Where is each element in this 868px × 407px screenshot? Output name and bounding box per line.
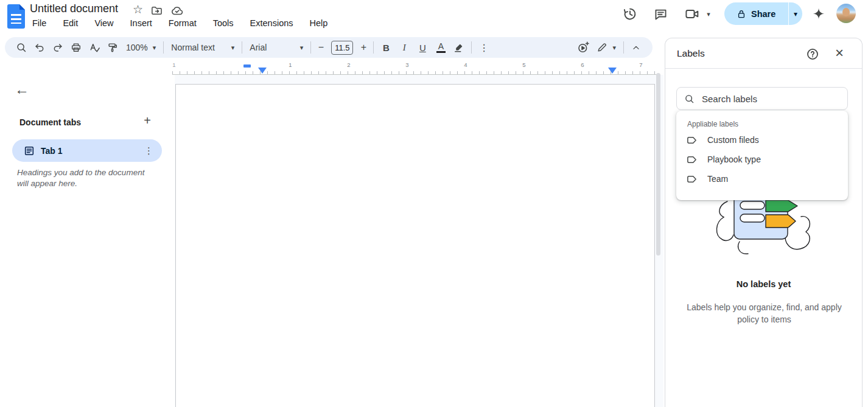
menu-item-edit[interactable]: Edit (60, 17, 81, 29)
redo-icon[interactable] (49, 40, 67, 55)
menu-item-file[interactable]: File (29, 17, 49, 29)
toolbar-divider (373, 41, 374, 54)
search-icon (684, 94, 695, 104)
share-divider (788, 2, 789, 25)
editing-mode-caret-icon: ▾ (612, 44, 616, 52)
ruler-number: 1 (289, 61, 292, 68)
label-option-text: Custom fileds (707, 135, 759, 145)
document-canvas (175, 75, 663, 407)
camera-caret-icon[interactable]: ▾ (704, 6, 713, 22)
star-icon[interactable]: ☆ (133, 4, 143, 16)
share-caret-icon[interactable]: ▾ (789, 10, 802, 18)
menu-item-tools[interactable]: Tools (210, 17, 237, 29)
first-line-indent-marker[interactable] (243, 64, 251, 68)
tab-label: Tab 1 (41, 146, 63, 156)
labels-panel: Labels × Appliable labels Custom fileds … (665, 38, 863, 407)
label-option-team[interactable]: Team (676, 169, 848, 189)
print-icon[interactable] (67, 40, 85, 55)
text-color-button[interactable]: A (432, 40, 450, 55)
label-option-text: Team (707, 174, 728, 184)
menu-item-view[interactable]: View (91, 17, 116, 29)
paragraph-style-caret-icon: ▾ (231, 44, 235, 52)
menu-bar: File Edit View Insert Format Tools Exten… (29, 17, 331, 29)
headings-empty-hint: Headings you add to the document will ap… (17, 167, 153, 189)
motion-clock-icon[interactable] (574, 40, 592, 55)
text-color-swatch (436, 51, 446, 53)
increase-font-size-button[interactable]: + (357, 40, 370, 55)
ruler-number-outside: 1 (172, 61, 175, 68)
add-tab-icon[interactable]: + (140, 113, 155, 128)
label-tag-icon (686, 173, 698, 185)
editing-mode-select[interactable]: ▾ (592, 42, 620, 53)
share-button-label: Share (751, 9, 775, 19)
zoom-value: 100% (126, 43, 148, 52)
font-size-input[interactable]: 11.5 (331, 41, 353, 55)
toolbar-divider (623, 41, 624, 54)
paint-format-icon[interactable] (103, 40, 122, 55)
tab-document-icon (24, 145, 35, 156)
left-indent-marker[interactable] (258, 68, 267, 74)
ruler-number: 5 (522, 61, 525, 68)
document-tabs-sidebar: ← Document tabs + Tab 1 ⋮ Headings you a… (0, 75, 175, 407)
font-caret-icon: ▾ (300, 44, 304, 52)
more-options-icon[interactable]: ⋮ (475, 40, 493, 55)
collapse-sidebar-icon[interactable]: ← (15, 82, 29, 97)
version-history-icon[interactable] (622, 6, 638, 22)
toolbar-divider (471, 41, 472, 54)
paragraph-style-select[interactable]: Normal text ▾ (167, 43, 239, 52)
font-family-select[interactable]: Arial ▾ (245, 43, 307, 52)
share-button[interactable]: Share (724, 9, 788, 19)
tab-options-icon[interactable]: ⋮ (144, 145, 153, 156)
hide-menus-icon[interactable] (627, 40, 645, 55)
label-option-text: Playbook type (707, 155, 761, 164)
toolbar: 100% ▾ Normal text ▾ Arial ▾ − 11.5 + B … (5, 37, 653, 58)
account-avatar[interactable] (836, 4, 856, 23)
menu-item-insert[interactable]: Insert (127, 17, 155, 29)
docs-logo-icon[interactable] (7, 4, 25, 29)
close-panel-icon[interactable]: × (831, 44, 848, 61)
app-header: Untitled document ☆ File Edit View Inser… (0, 0, 868, 34)
comment-icon[interactable] (653, 6, 668, 22)
pen-icon (597, 42, 607, 53)
label-tag-icon (686, 134, 698, 146)
no-labels-title: No labels yet (665, 279, 862, 289)
gemini-spark-icon[interactable] (811, 6, 827, 22)
search-menus-icon[interactable] (12, 40, 30, 55)
bold-button[interactable]: B (377, 40, 395, 55)
spell-check-icon[interactable] (85, 40, 103, 55)
label-option-playbook-type[interactable]: Playbook type (676, 150, 848, 169)
zoom-caret-icon: ▾ (153, 44, 156, 52)
tab-item-tab1[interactable]: Tab 1 ⋮ (12, 139, 162, 162)
paragraph-style-value: Normal text (171, 43, 215, 52)
italic-button[interactable]: I (395, 40, 413, 55)
help-icon[interactable] (806, 47, 819, 61)
meet-camera-icon[interactable] (684, 6, 700, 22)
dropdown-section-title: Appliable labels (687, 120, 738, 128)
menu-item-extensions[interactable]: Extensions (247, 17, 296, 29)
highlight-color-icon[interactable] (450, 40, 468, 55)
underline-button[interactable]: U (413, 40, 432, 55)
document-title[interactable]: Untitled document (30, 2, 118, 15)
ruler-number: 7 (639, 61, 642, 68)
ruler-number: 3 (405, 61, 408, 68)
label-option-custom-fields[interactable]: Custom fileds (676, 130, 848, 150)
google-docs-app: Untitled document ☆ File Edit View Inser… (0, 0, 868, 407)
labels-panel-header: Labels × (665, 38, 862, 69)
labels-search-box[interactable] (676, 87, 848, 110)
toolbar-divider (242, 41, 242, 54)
menu-item-format[interactable]: Format (166, 17, 200, 29)
zoom-select[interactable]: 100% ▾ (122, 43, 160, 52)
toolbar-divider (163, 41, 164, 54)
vertical-scrollbar[interactable] (656, 73, 660, 256)
no-labels-description: Labels help you organize, find, and appl… (679, 301, 850, 325)
share-button-group: Share ▾ (724, 2, 802, 25)
document-page[interactable] (175, 84, 655, 407)
right-indent-marker[interactable] (608, 68, 617, 74)
font-family-value: Arial (250, 43, 267, 52)
decrease-font-size-button[interactable]: − (314, 40, 327, 55)
labels-search-input[interactable] (701, 93, 837, 105)
ruler-number: 6 (581, 61, 584, 68)
undo-icon[interactable] (30, 40, 49, 55)
menu-item-help[interactable]: Help (307, 17, 331, 29)
labels-panel-title: Labels (677, 48, 705, 59)
